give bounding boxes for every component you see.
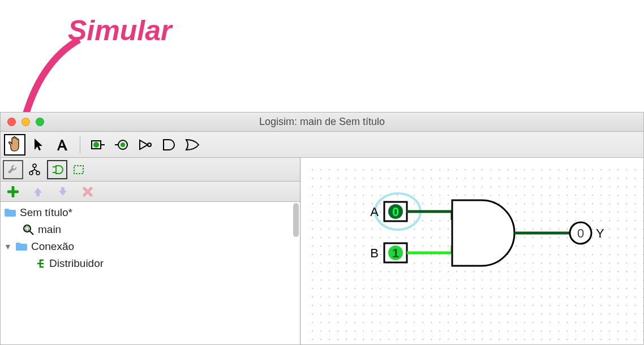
- arrow-up-icon: [32, 186, 44, 197]
- wrench-button[interactable]: [3, 160, 23, 179]
- svg-point-9: [36, 171, 40, 175]
- input-a-pin[interactable]: 0: [384, 202, 407, 221]
- wire-b[interactable]: [407, 245, 452, 253]
- window-close-button[interactable]: [7, 118, 16, 126]
- not-gate-button[interactable]: [135, 134, 156, 156]
- body-area: Sem título* main ▼ Conexão: [1, 158, 643, 344]
- window-title: Logisim: main de Sem título: [1, 116, 643, 128]
- titlebar: Logisim: main de Sem título: [1, 113, 643, 132]
- toolbar-separator: [80, 136, 80, 153]
- or-gate-button[interactable]: [182, 134, 204, 156]
- arrow-down-icon: [57, 186, 68, 197]
- svg-line-12: [30, 231, 33, 235]
- output-y-label: Y: [596, 226, 604, 240]
- text-tool-button[interactable]: [51, 134, 73, 156]
- circuit-canvas[interactable]: A 0 B 1: [300, 158, 643, 344]
- input-b-label: B: [370, 246, 379, 260]
- and-gate-icon: [161, 138, 177, 152]
- window-minimize-button[interactable]: [22, 118, 30, 126]
- plus-icon: [7, 186, 19, 197]
- svg-text:1: 1: [392, 246, 399, 260]
- tree-icon: [28, 163, 41, 176]
- svg-text:0: 0: [392, 205, 399, 219]
- text-a-icon: [55, 138, 70, 152]
- x-icon: [83, 187, 93, 197]
- traffic-lights: [7, 118, 44, 126]
- project-tree[interactable]: Sem título* main ▼ Conexão: [1, 202, 300, 344]
- magnifier-circuit-icon: [22, 223, 35, 236]
- circuit-view-icon: [50, 163, 64, 176]
- splitter-icon: [36, 258, 46, 269]
- input-pin-button[interactable]: [87, 134, 109, 156]
- poke-tool-button[interactable]: [4, 134, 25, 156]
- tree-project-row[interactable]: Sem título*: [1, 204, 300, 221]
- tree-project-label: Sem título*: [20, 206, 72, 219]
- not-gate-icon: [138, 139, 153, 151]
- move-down-button[interactable]: [53, 182, 73, 201]
- wrench-icon: [7, 163, 19, 176]
- view-circuit-button[interactable]: [47, 160, 67, 179]
- svg-point-1: [93, 142, 99, 148]
- tree-library-row[interactable]: ▼ Conexão: [1, 238, 300, 255]
- delete-button[interactable]: [78, 182, 98, 201]
- disclosure-triangle-icon[interactable]: ▼: [4, 242, 12, 251]
- output-pin-button[interactable]: [111, 134, 132, 156]
- and-gate-button[interactable]: [158, 134, 180, 156]
- input-a-label: A: [370, 205, 379, 219]
- input-b-pin[interactable]: 1: [384, 243, 407, 262]
- tree-library-label: Conexão: [31, 240, 74, 253]
- tree-circuit-row[interactable]: main: [1, 221, 300, 238]
- tree-circuit-label: main: [38, 223, 61, 236]
- add-circuit-button[interactable]: [3, 182, 23, 201]
- annotation-label: Simular: [68, 14, 171, 47]
- window-maximize-button[interactable]: [36, 118, 44, 126]
- scrollbar-thumb[interactable]: [293, 203, 299, 237]
- tree-component-label: Distribuidor: [49, 257, 104, 270]
- tree-component-row[interactable]: Distribuidor: [1, 255, 300, 272]
- svg-point-5: [121, 143, 125, 147]
- svg-rect-10: [74, 166, 83, 174]
- app-window: Logisim: main de Sem título: [0, 112, 644, 345]
- svg-text:0: 0: [577, 226, 584, 240]
- left-panel: Sem título* main ▼ Conexão: [1, 158, 300, 344]
- project-toolbar: [1, 158, 300, 182]
- main-toolbar: [1, 132, 643, 158]
- svg-point-11: [24, 225, 31, 232]
- or-gate-icon: [184, 138, 201, 152]
- svg-rect-13: [25, 227, 29, 230]
- svg-point-6: [148, 143, 151, 146]
- project-toolbar-2: [1, 182, 300, 202]
- folder-icon: [4, 208, 16, 217]
- output-pin-icon: [114, 139, 130, 151]
- folder-icon: [15, 242, 28, 251]
- svg-point-7: [33, 164, 36, 167]
- layout-view-icon: [72, 163, 85, 176]
- input-pin-icon: [90, 139, 106, 151]
- cursor-icon: [33, 137, 44, 152]
- view-layout-button[interactable]: [68, 160, 89, 179]
- circuit-scene: A 0 B 1: [300, 158, 644, 345]
- select-tool-button[interactable]: [28, 134, 49, 156]
- move-up-button[interactable]: [28, 182, 48, 201]
- hand-icon: [7, 136, 22, 153]
- output-y-pin[interactable]: 0: [570, 222, 591, 244]
- wire-a[interactable]: [407, 212, 452, 220]
- and-gate[interactable]: [452, 200, 514, 266]
- svg-point-8: [29, 171, 33, 175]
- hierarchy-button[interactable]: [24, 160, 45, 179]
